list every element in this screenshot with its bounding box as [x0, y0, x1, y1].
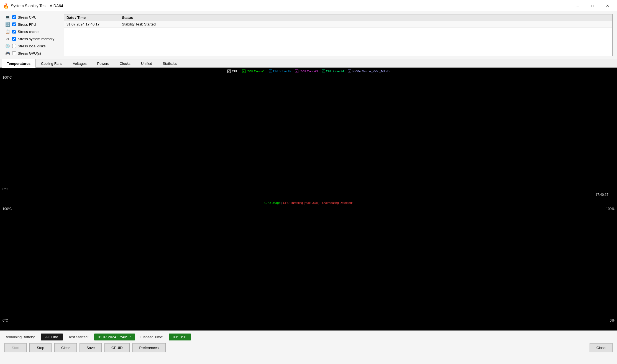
log-status: Stability Test: Started — [122, 22, 610, 26]
cpu-y-min-right: 0% — [610, 319, 615, 322]
save-button[interactable]: Save — [80, 343, 102, 352]
log-col-status: Status — [122, 16, 610, 20]
maximize-button[interactable]: □ — [586, 1, 599, 10]
cache-icon: 📋 — [4, 29, 11, 35]
temperature-canvas — [0, 68, 617, 199]
cpu-usage-chart: CPU Usage | CPU Throttling (max: 33%) - … — [0, 199, 617, 330]
disks-icon: 💿 — [4, 43, 11, 49]
status-row: Remaining Battery: AC Line Test Started:… — [4, 334, 613, 340]
stress-fpu-checkbox[interactable] — [12, 22, 16, 26]
tab-voltages[interactable]: Voltages — [68, 59, 92, 68]
stress-memory-item: 🗂 Stress system memory — [4, 36, 60, 42]
app-icon: 🔥 — [3, 3, 9, 9]
legend-core4-label: CPU Core #4 — [326, 70, 344, 73]
stress-gpu-checkbox[interactable] — [12, 51, 16, 55]
tabs-bar: Temperatures Cooling Fans Voltages Power… — [0, 59, 617, 68]
tab-temperatures[interactable]: Temperatures — [2, 59, 36, 68]
log-panel: Date / Time Status 31.07.2024 17:40:17 S… — [64, 14, 613, 56]
test-started-value: 31.07.2024 17:40:17 — [94, 334, 135, 340]
log-datetime: 31.07.2024 17:40:17 — [66, 22, 122, 26]
remaining-battery-label: Remaining Battery: — [4, 335, 35, 339]
stress-cache-label: Stress cache — [18, 30, 39, 34]
temp-time-label: 17:40:17 — [595, 193, 608, 197]
close-button[interactable]: ✕ — [601, 1, 614, 10]
stress-gpu-item: 🎮 Stress GPU(s) — [4, 50, 60, 56]
tab-clocks[interactable]: Clocks — [114, 59, 136, 68]
window-title: System Stability Test - AIDA64 — [11, 4, 571, 8]
legend-cpu-label: CPU — [232, 70, 238, 73]
legend-core1-label: CPU Core #1 — [247, 70, 265, 73]
cpu-y-min-left: 0°C — [2, 319, 8, 322]
temp-y-max: 100°C — [2, 76, 12, 80]
legend-core4: ✓ CPU Core #4 — [322, 70, 344, 73]
stress-cache-checkbox[interactable] — [12, 30, 16, 34]
stress-cpu-label: Stress CPU — [18, 15, 37, 19]
gpu-icon: 🎮 — [4, 50, 11, 56]
tab-cooling-fans[interactable]: Cooling Fans — [36, 59, 68, 68]
cpu-y-max-right: 100% — [606, 207, 615, 211]
stress-options: 💻 Stress CPU 🔢 Stress FPU 📋 Stress cache… — [4, 14, 60, 56]
stress-fpu-item: 🔢 Stress FPU — [4, 21, 60, 27]
legend-cpu: ✓ CPU — [227, 70, 238, 73]
log-col-datetime: Date / Time — [66, 16, 122, 20]
legend-core3-label: CPU Core #3 — [299, 70, 318, 73]
content-area: 💻 Stress CPU 🔢 Stress FPU 📋 Stress cache… — [0, 11, 617, 364]
bottom-bar: Remaining Battery: AC Line Test Started:… — [0, 330, 617, 364]
main-window: 🔥 System Stability Test - AIDA64 – □ ✕ 💻… — [0, 0, 617, 364]
preferences-button[interactable]: Preferences — [132, 343, 166, 352]
temperature-chart: ✓ CPU ✓ CPU Core #1 ✓ CPU Core #2 ✓ CPU … — [0, 68, 617, 199]
legend-core3: ✓ CPU Core #3 — [295, 70, 318, 73]
stress-cpu-item: 💻 Stress CPU — [4, 14, 60, 20]
stress-fpu-label: Stress FPU — [18, 22, 36, 27]
stress-cpu-checkbox[interactable] — [12, 15, 16, 19]
memory-icon: 🗂 — [4, 36, 11, 42]
cpu-canvas — [0, 199, 617, 330]
close-button-bottom[interactable]: Close — [590, 343, 613, 352]
elapsed-time-value: 00:13:31 — [169, 334, 191, 340]
log-header: Date / Time Status — [64, 14, 612, 21]
stress-memory-checkbox[interactable] — [12, 37, 16, 41]
button-row: Start Stop Clear Save CPUID Preferences … — [4, 343, 613, 352]
legend-nvme: ✓ NVMe Micron_2550_MTFD — [348, 70, 390, 73]
stress-gpu-label: Stress GPU(s) — [18, 51, 41, 55]
top-section: 💻 Stress CPU 🔢 Stress FPU 📋 Stress cache… — [0, 11, 617, 59]
clear-button[interactable]: Clear — [54, 343, 77, 352]
tab-powers[interactable]: Powers — [92, 59, 114, 68]
minimize-button[interactable]: – — [571, 1, 584, 10]
elapsed-time-label: Elapsed Time: — [140, 335, 163, 339]
remaining-battery-value: AC Line — [41, 334, 63, 340]
tab-statistics[interactable]: Statistics — [157, 59, 182, 68]
test-started-label: Test Started: — [68, 335, 89, 339]
cpu-icon: 💻 — [4, 14, 11, 20]
start-button[interactable]: Start — [4, 343, 27, 352]
stop-button[interactable]: Stop — [29, 343, 52, 352]
legend-core2-label: CPU Core #2 — [273, 70, 291, 73]
stress-memory-label: Stress system memory — [18, 37, 54, 41]
legend-core2: ✓ CPU Core #2 — [269, 70, 291, 73]
title-bar: 🔥 System Stability Test - AIDA64 – □ ✕ — [0, 0, 617, 11]
stress-disks-label: Stress local disks — [18, 44, 45, 48]
window-controls: – □ ✕ — [571, 1, 614, 10]
fpu-icon: 🔢 — [4, 21, 11, 27]
legend-nvme-label: NVMe Micron_2550_MTFD — [352, 70, 390, 73]
stress-disks-item: 💿 Stress local disks — [4, 43, 60, 49]
tab-unified[interactable]: Unified — [136, 59, 157, 68]
cpu-y-max-left: 100°C — [2, 207, 12, 211]
stress-disks-checkbox[interactable] — [12, 44, 16, 48]
log-row: 31.07.2024 17:40:17 Stability Test: Star… — [64, 21, 612, 28]
stress-cache-item: 📋 Stress cache — [4, 29, 60, 35]
legend-core1: ✓ CPU Core #1 — [242, 70, 265, 73]
temp-chart-legend: ✓ CPU ✓ CPU Core #1 ✓ CPU Core #2 ✓ CPU … — [0, 70, 617, 73]
cpuid-button[interactable]: CPUID — [104, 343, 129, 352]
temp-y-min: 0°C — [2, 187, 8, 191]
charts-area: ✓ CPU ✓ CPU Core #1 ✓ CPU Core #2 ✓ CPU … — [0, 68, 617, 330]
